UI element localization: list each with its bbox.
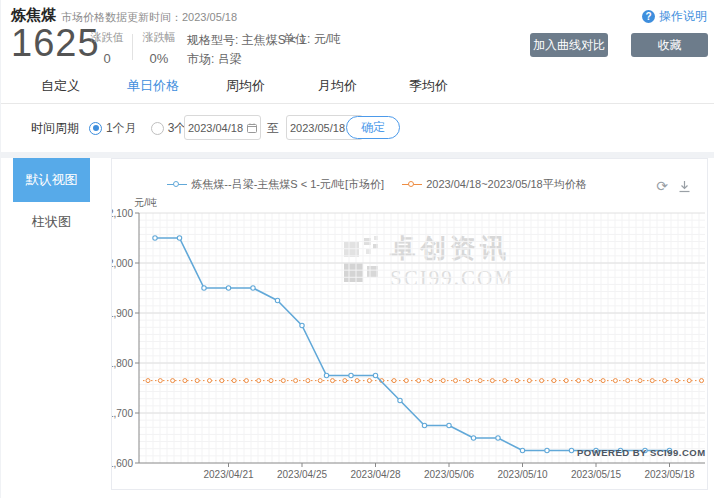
add-to-compare-button[interactable]: 加入曲线对比 [530,33,608,57]
filter-bar: 时间周期 1个月 3个月 1年 2023/04/18 至 2023/05/18 … [1,104,714,152]
change-pct: 0% [139,51,179,66]
download-icon[interactable] [678,180,691,193]
change-pct-block: 涨跌幅 0% [139,30,179,66]
view-sidebar: 默认视图 柱状图 [9,158,109,498]
market-label: 市场: 吕梁 [187,50,306,69]
tab-weekly-avg[interactable]: 周均价 [226,77,265,106]
line-marker-icon [402,180,422,189]
sidebar-item-bar-chart[interactable]: 柱状图 [13,202,90,242]
change-value-label: 涨跌值 [87,30,127,45]
period-label: 时间周期 [31,104,79,152]
radio-dot [151,122,164,135]
tab-quarterly-avg[interactable]: 季均价 [409,77,448,106]
update-time: 数据更新时间：2023/05/18 [105,10,237,25]
help-link[interactable]: ? 操作说明 [642,8,707,25]
chart-toolbar: ⟳ [656,179,691,193]
svg-text:2023/04/28: 2023/04/28 [350,469,400,480]
tab-custom[interactable]: 自定义 [41,77,80,106]
legend-item-price[interactable]: 炼焦煤--吕梁-主焦煤S < 1-元/吨[市场价] [167,177,384,192]
header: 炼焦煤 市场价格 数据更新时间：2023/05/18 ? 操作说明 1625 涨… [1,0,714,68]
powered-by-text: POWERED BY SCI99.COM [577,447,706,458]
svg-text:元/吨: 元/吨 [134,197,157,208]
change-pct-label: 涨跌幅 [139,30,179,45]
svg-text:2023/05/15: 2023/05/15 [571,469,621,480]
divider [132,34,133,60]
calendar-icon [247,123,257,133]
svg-text:1,800: 1,800 [112,358,133,369]
svg-text:2023/05/18: 2023/05/18 [644,469,694,480]
sidebar-item-default-view[interactable]: 默认视图 [13,158,90,202]
svg-text:1,900: 1,900 [112,308,133,319]
svg-text:2023/04/21: 2023/04/21 [203,469,253,480]
price-chart: 1,6001,7001,8001,9002,0002,100元/吨2023/04… [112,197,707,489]
line-marker-icon [167,180,187,189]
svg-text:2,000: 2,000 [112,258,133,269]
change-value: 0 [87,51,127,66]
svg-text:2023/05/10: 2023/05/10 [497,469,547,480]
refresh-icon[interactable]: ⟳ [656,179,668,193]
tab-monthly-avg[interactable]: 月均价 [318,77,357,106]
svg-text:1,600: 1,600 [112,458,133,469]
chart-legend: 炼焦煤--吕梁-主焦煤S < 1-元/吨[市场价] 2023/04/18~202… [112,177,642,192]
question-icon: ? [642,10,655,23]
chart-panel: 炼焦煤--吕梁-主焦煤S < 1-元/吨[市场价] 2023/04/18~202… [111,158,708,490]
svg-text:2023/04/25: 2023/04/25 [277,469,327,480]
help-label: 操作说明 [659,8,707,25]
unit-label: 单位: 元/吨 [283,31,341,48]
svg-text:2,100: 2,100 [112,208,133,219]
tab-bar: 自定义 单日价格 周均价 月均价 季均价 [1,68,714,104]
radio-dot [89,122,102,135]
confirm-button[interactable]: 确定 [346,116,400,139]
radio-1month[interactable]: 1个月 [89,120,137,137]
to-label: 至 [267,104,279,152]
change-value-block: 涨跌值 0 [87,30,127,66]
start-date-input[interactable]: 2023/04/18 [184,115,261,140]
svg-text:1,700: 1,700 [112,408,133,419]
svg-text:2023/05/06: 2023/05/06 [424,469,474,480]
favorite-button[interactable]: 收藏 [631,33,708,57]
legend-item-average[interactable]: 2023/04/18~2023/05/18平均价格 [402,177,587,192]
page: 炼焦煤 市场价格 数据更新时间：2023/05/18 ? 操作说明 1625 涨… [0,0,714,498]
